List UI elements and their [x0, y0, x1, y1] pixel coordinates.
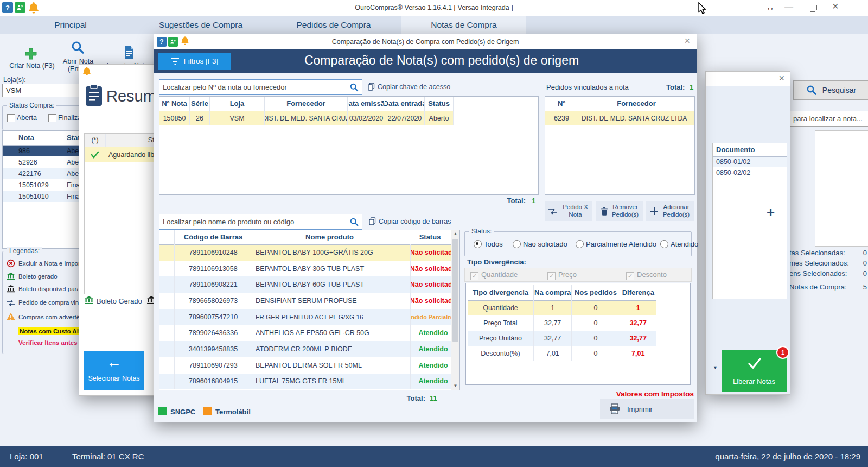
imprimir-button[interactable]: Imprimir — [600, 399, 694, 419]
pedido-x-nota-button[interactable]: Pedido X Nota — [545, 201, 592, 221]
status-compra-title: Status Compra: — [7, 102, 56, 109]
resize-icon[interactable]: ↔ — [766, 3, 775, 12]
legendas-title: Legendas: — [7, 247, 42, 255]
loja-select[interactable]: VSM — [2, 84, 87, 97]
adicionar-pedidos-button[interactable]: Adicionar Pedido(s) — [646, 201, 694, 221]
notification-bell-icon[interactable] — [82, 66, 92, 79]
add-plus-icon[interactable]: + — [767, 204, 775, 221]
delete-circle-icon — [7, 259, 15, 269]
selecionar-notas-button[interactable]: ← Selecionar Notas — [84, 351, 144, 390]
tab-principal[interactable]: Principal — [22, 16, 119, 34]
minimize-button[interactable]: — — [784, 2, 793, 11]
locate-note-input[interactable]: para localizar a nota... — [789, 111, 868, 127]
products-total-value: 11 — [430, 394, 437, 402]
table-row[interactable]: Preço Total 32,77 0 32,77 — [468, 315, 656, 331]
preco-check-label: Preço — [558, 270, 577, 279]
copiar-chave-link[interactable]: Copiar chave de acesso — [368, 83, 450, 91]
pedidos-total-label: Total: — [666, 83, 685, 91]
stat-line: tas Selecionadas:0 — [789, 249, 867, 257]
table-row[interactable]: 7899026436336 ANTHELIOS AE FPS50 GEL-CR … — [159, 325, 459, 341]
documento-dialog: × Documento 0850-01/02 0850-02/02 + — [705, 71, 790, 395]
bank-black-icon — [7, 285, 15, 295]
remover-pedidos-button[interactable]: Remover Pedido(s) — [596, 201, 643, 221]
clipboard-icon — [85, 84, 103, 109]
radio-atendido[interactable] — [660, 240, 668, 248]
products-table: Código de Barras Nome produto Status 789… — [159, 230, 460, 390]
copiar-codigo-link[interactable]: Copiar código de barras — [369, 217, 451, 225]
radio-parcialmente-label[interactable]: Parcialmente Atendido — [586, 240, 656, 248]
liberar-notas-button[interactable]: Liberar Notas 1 — [722, 350, 787, 392]
dropdown-arrow-icon[interactable]: ▼ — [713, 365, 718, 370]
bank-green-icon — [84, 295, 94, 307]
status-compra-group: Status Compra: Aberta Finalizada — [2, 105, 86, 130]
right-list-area[interactable] — [815, 130, 868, 247]
table-row[interactable]: 0850-02/02 — [713, 167, 787, 178]
radio-parcialmente[interactable] — [576, 240, 584, 248]
maximize-button[interactable] — [809, 4, 818, 14]
close-icon[interactable]: × — [778, 73, 784, 84]
pesquisar-button[interactable]: Pesquisar — [793, 80, 868, 100]
tab-pedidos-de-compra[interactable]: Pedidos de Compra — [282, 16, 385, 34]
notes-total-label: Total: — [501, 197, 526, 205]
table-row[interactable]: 7891106908221 BEPANTOL BABY 60G TUB PLAS… — [159, 276, 459, 293]
create-note-button[interactable]: Criar Nota (F3) — [0, 62, 64, 70]
statusbar-loja: Loja: 001 — [10, 452, 43, 461]
create-note-plus-icon — [24, 47, 38, 62]
table-row[interactable]: 7891106907293 BEPANTOL DERMA SOL FR 50ML… — [159, 357, 459, 374]
search-icon[interactable] — [349, 83, 359, 92]
scroll-up-icon[interactable]: ▲ — [451, 230, 459, 238]
table-row[interactable]: 3401399458835 ATODERM CR 200ML P BIODE A… — [159, 341, 459, 357]
modal-header-title: Comparação de Nota(s) com pedido(s) de o… — [235, 53, 648, 68]
stat-line: mes Selecionados:0 — [789, 259, 867, 267]
radio-nao-solicitado-label[interactable]: Não solicitado — [523, 240, 567, 248]
table-row[interactable]: 6239 DIST. DE MED. SANTA CRUZ LTDA — [545, 111, 694, 125]
radio-todos[interactable] — [474, 240, 482, 248]
note-search-input[interactable] — [159, 80, 349, 94]
note-search[interactable] — [159, 79, 362, 95]
product-search[interactable] — [159, 214, 362, 230]
desconto-checkbox: ✓ — [626, 272, 634, 280]
scrollbar-thumb[interactable] — [452, 239, 458, 342]
table-row[interactable]: 0850-01/02 — [713, 156, 787, 167]
close-icon[interactable]: × — [684, 35, 690, 47]
product-search-input[interactable] — [159, 214, 349, 229]
table-row[interactable]: 7891106913058 BEPANTOL BABY 30G TUB PLAS… — [159, 261, 459, 277]
check-icon — [91, 151, 99, 159]
table-row[interactable]: Preço Unitário 32,77 0 32,77 — [468, 331, 656, 346]
table-row[interactable]: 7896016804915 LUFTAL 75MG GTS FR 15ML At… — [159, 374, 459, 390]
stat-line: Notas de Compra:5 — [789, 283, 867, 291]
finalizada-checkbox[interactable] — [48, 114, 56, 122]
radio-atendido-label[interactable]: Atendido — [671, 240, 698, 248]
app-title: OuroCompras® Versão 1.16.4.1 [ Versão In… — [0, 4, 868, 11]
table-row[interactable]: 7896658026973 DENSIFIANT SERUM PROFUSE N… — [159, 293, 459, 309]
valores-impostos-note: Valores com Impostos — [566, 390, 694, 398]
aberta-checkbox[interactable] — [7, 114, 15, 122]
modal-titlebar: ? ? Comparação de Nota(s) de Compra com … — [154, 34, 697, 49]
tab-sugestoes-de-compra[interactable]: Sugestões de Compra — [146, 16, 255, 34]
table-row[interactable]: 7891106910248 BEPANTOL BABY 100G+GRÁTIS … — [159, 244, 459, 261]
radio-nao-solicitado[interactable] — [513, 240, 521, 248]
table-row[interactable]: Quantidade 1 0 1 — [468, 300, 656, 315]
scroll-down-icon[interactable]: ▼ — [451, 382, 459, 390]
table-row[interactable]: 986 Aberta — [3, 145, 85, 156]
filtros-button[interactable]: Filtros [F3] — [158, 53, 231, 70]
termolabil-color-swatch — [203, 407, 212, 415]
left-notes-header: Nota Status — [3, 131, 85, 145]
products-scrollbar[interactable]: ▲ ▼ — [451, 230, 459, 390]
close-button[interactable]: × — [832, 2, 839, 10]
table-row[interactable]: 15051029 Finalizada — [3, 179, 85, 191]
table-row[interactable]: Desconto(%) 7,01 0 7,01 — [468, 346, 656, 361]
table-row[interactable]: 7896007547210 FR GER PLENITUD ACT PL G/X… — [159, 309, 459, 325]
status-bar: Loja: 001 Terminal: 01 CX RC quarta-feir… — [0, 446, 868, 467]
table-row[interactable]: 52926 Aberta — [3, 156, 85, 168]
check-icon — [747, 357, 762, 370]
search-icon — [806, 85, 817, 96]
radio-todos-label[interactable]: Todos — [484, 240, 503, 248]
tipo-divergencia-label: Tipo Divergência: — [467, 258, 526, 266]
table-row[interactable]: 15051010 Finalizada — [3, 191, 85, 202]
table-row[interactable]: 422176 Aberta — [3, 168, 85, 179]
tab-notas-de-compra[interactable]: Notas de Compra — [401, 16, 526, 34]
main-titlebar: ? ? OuroCompras® Versão 1.16.4.1 [ Versã… — [0, 0, 868, 16]
table-row[interactable]: 150850 26 VSM DIST. DE MED. SANTA CRUZ 0… — [159, 111, 538, 125]
search-icon[interactable] — [349, 217, 359, 227]
